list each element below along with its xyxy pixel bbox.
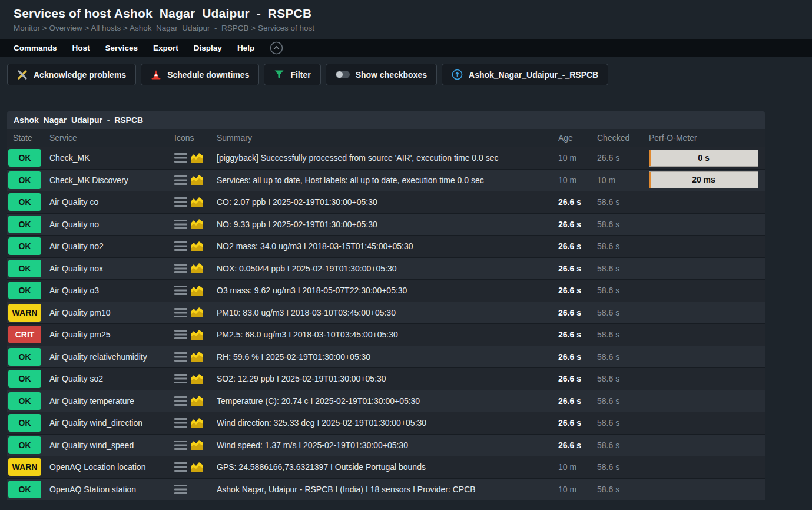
checked-cell: 58.6 s bbox=[597, 285, 649, 296]
service-menu-icon[interactable] bbox=[174, 352, 187, 362]
checked-value: 58.6 s bbox=[597, 462, 619, 472]
service-menu-icon[interactable] bbox=[174, 241, 187, 251]
service-graph-icon[interactable] bbox=[190, 395, 204, 406]
service-menu-icon[interactable] bbox=[174, 175, 187, 185]
service-link[interactable]: OpenAQ Location location bbox=[49, 462, 145, 472]
ack-tools-icon bbox=[17, 69, 28, 80]
service-link[interactable]: OpenAQ Station station bbox=[49, 485, 136, 494]
state-badge: OK bbox=[8, 348, 41, 366]
service-menu-icon[interactable] bbox=[174, 396, 187, 406]
checked-value: 58.6 s bbox=[597, 197, 619, 207]
breadcrumb[interactable]: Monitor > Overview > All hosts > Ashok_N… bbox=[14, 24, 812, 32]
service-graph-icon[interactable] bbox=[190, 218, 204, 230]
checked-cell: 26.6 s bbox=[597, 153, 649, 163]
service-link[interactable]: Air Quality wind_speed bbox=[49, 441, 134, 450]
service-menu-icon[interactable] bbox=[174, 441, 187, 450]
column-header-checked[interactable]: Checked bbox=[597, 133, 649, 143]
service-graph-icon[interactable] bbox=[190, 418, 204, 429]
checked-value: 58.6 s bbox=[597, 220, 619, 229]
menu-display[interactable]: Display bbox=[194, 44, 222, 52]
service-menu-icon[interactable] bbox=[174, 308, 187, 317]
service-link[interactable]: Air Quality nox bbox=[49, 264, 103, 273]
service-graph-icon[interactable] bbox=[190, 174, 204, 186]
state-cell: OK bbox=[7, 392, 49, 410]
checked-cell: 58.6 s bbox=[597, 307, 649, 318]
summary-cell: RH: 59.6 % I 2025-02-19T01:30:00+05:30 bbox=[217, 352, 558, 362]
service-graph-icon[interactable] bbox=[190, 263, 204, 274]
service-summary: [piggyback] Successfully processed from … bbox=[217, 153, 498, 163]
service-graph-icon[interactable] bbox=[190, 329, 204, 340]
age-value: 10 m bbox=[558, 485, 576, 494]
menu-export[interactable]: Export bbox=[153, 44, 178, 52]
service-graph-icon[interactable] bbox=[190, 241, 204, 252]
checked-value: 10 m bbox=[597, 175, 615, 185]
service-graph-icon[interactable] bbox=[190, 439, 204, 451]
service-link[interactable]: Check_MK bbox=[49, 153, 90, 163]
service-row: OKAir Quality relativehumidityRH: 59.6 %… bbox=[7, 346, 765, 368]
perf-o-meter[interactable]: 0 s bbox=[649, 150, 758, 167]
age-cell: 26.6 s bbox=[558, 352, 597, 362]
service-graph-icon[interactable] bbox=[190, 307, 204, 318]
service-summary: PM10: 83.0 ug/m3 I 2018-03-10T03:45:00+0… bbox=[217, 308, 396, 317]
column-header-age[interactable]: Age bbox=[558, 133, 597, 143]
perf-label: 0 s bbox=[649, 150, 758, 166]
filter-button[interactable]: Filter bbox=[264, 64, 320, 85]
column-header-perfometer[interactable]: Perf-O-Meter bbox=[649, 133, 765, 143]
menu-services[interactable]: Services bbox=[105, 44, 138, 52]
service-link[interactable]: Air Quality no bbox=[49, 220, 99, 229]
service-menu-icon[interactable] bbox=[174, 197, 187, 207]
table-body: OKCheck_MK[piggyback] Successfully proce… bbox=[7, 147, 765, 500]
age-value: 26.6 s bbox=[558, 418, 581, 428]
service-graph-icon[interactable] bbox=[190, 153, 204, 164]
service-graph-icon[interactable] bbox=[190, 373, 204, 385]
menu-host[interactable]: Host bbox=[72, 44, 90, 52]
column-header-service[interactable]: Service bbox=[49, 133, 174, 143]
service-graph-icon[interactable] bbox=[190, 462, 204, 473]
service-menu-icon[interactable] bbox=[174, 286, 187, 295]
service-graph-icon[interactable] bbox=[190, 351, 204, 362]
host-link-button[interactable]: Ashok_Nagar_Udaipur_-_RSPCB bbox=[442, 64, 608, 85]
age-cell: 26.6 s bbox=[558, 219, 597, 230]
services-table: Ashok_Nagar_Udaipur_-_RSPCB State Servic… bbox=[7, 111, 765, 500]
service-menu-icon[interactable] bbox=[174, 220, 187, 229]
state-cell: OK bbox=[7, 171, 49, 189]
service-link[interactable]: Check_MK Discovery bbox=[49, 175, 128, 185]
column-header-state[interactable]: State bbox=[7, 133, 49, 143]
service-menu-icon[interactable] bbox=[174, 374, 187, 383]
menu-help[interactable]: Help bbox=[237, 44, 254, 52]
service-link[interactable]: Air Quality relativehumidity bbox=[49, 352, 147, 362]
acknowledge-problems-button[interactable]: Acknowledge problems bbox=[7, 64, 136, 85]
service-menu-icon[interactable] bbox=[174, 330, 187, 339]
service-menu-icon[interactable] bbox=[174, 418, 187, 428]
service-link[interactable]: Air Quality temperature bbox=[49, 396, 134, 406]
service-link[interactable]: Air Quality so2 bbox=[49, 374, 103, 383]
service-graph-icon[interactable] bbox=[190, 285, 204, 296]
menu-commands[interactable]: Commands bbox=[14, 44, 57, 52]
show-checkboxes-button[interactable]: Show checkboxes bbox=[326, 64, 437, 85]
column-header-icons[interactable]: Icons bbox=[174, 133, 217, 143]
checked-value: 58.6 s bbox=[597, 330, 619, 339]
age-cell: 10 m bbox=[558, 484, 597, 495]
service-link[interactable]: Air Quality o3 bbox=[49, 286, 99, 295]
schedule-downtimes-button[interactable]: Schedule downtimes bbox=[141, 64, 259, 85]
checked-value: 58.6 s bbox=[597, 396, 619, 406]
service-link[interactable]: Air Quality pm10 bbox=[49, 308, 110, 317]
perf-o-meter[interactable]: 20 ms bbox=[649, 171, 758, 188]
service-link[interactable]: Air Quality no2 bbox=[49, 241, 104, 251]
collapse-menu-button[interactable] bbox=[270, 41, 283, 55]
service-graph-icon[interactable] bbox=[190, 197, 204, 208]
service-menu-icon[interactable] bbox=[174, 462, 187, 472]
service-link[interactable]: Air Quality wind_direction bbox=[49, 418, 142, 428]
service-menu-icon[interactable] bbox=[174, 264, 187, 273]
service-summary: PM2.5: 68.0 ug/m3 I 2018-03-10T03:45:00+… bbox=[217, 330, 398, 339]
icons-cell bbox=[174, 462, 217, 473]
column-header-summary[interactable]: Summary bbox=[217, 133, 558, 143]
service-link[interactable]: Air Quality pm25 bbox=[49, 330, 110, 339]
state-cell: WARN bbox=[7, 458, 49, 476]
service-summary: NOX: 0.05044 ppb I 2025-02-19T01:30:00+0… bbox=[217, 264, 397, 273]
service-menu-icon[interactable] bbox=[174, 485, 187, 494]
service-row: OKAir Quality so2SO2: 12.29 ppb I 2025-0… bbox=[7, 367, 765, 390]
service-menu-icon[interactable] bbox=[174, 153, 187, 163]
service-link[interactable]: Air Quality co bbox=[49, 197, 98, 207]
icons-cell bbox=[174, 241, 217, 252]
